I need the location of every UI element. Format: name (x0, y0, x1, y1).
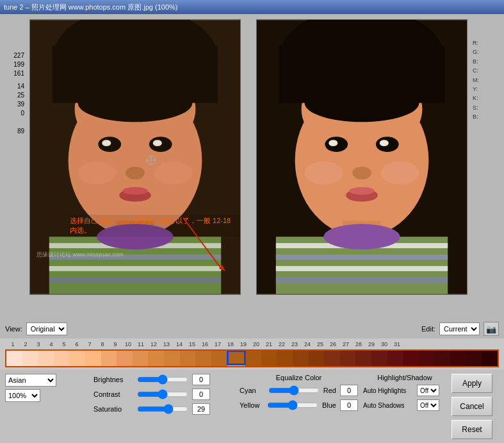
skin-cell-16[interactable] (245, 351, 261, 366)
title-bar: tune 2 – 照片处理网 www.photops.com 原图.jpg (1… (0, 0, 504, 14)
skin-num-8: 8 (96, 341, 109, 347)
g-value: 199 (5, 60, 24, 69)
b-label: B: (473, 57, 484, 66)
reset-button[interactable]: Reset (451, 420, 492, 439)
skin-tone-strip[interactable] (5, 349, 499, 367)
c-value: 14 (5, 82, 24, 91)
k-value: 0 (5, 109, 24, 118)
skin-cell-1[interactable] (6, 351, 22, 366)
contrast-slider[interactable] (137, 389, 188, 399)
skin-cell-26[interactable] (403, 351, 419, 366)
skin-cell-3[interactable] (38, 351, 54, 366)
camera-button[interactable]: 📷 (484, 322, 499, 336)
contrast-row: Contrast (93, 389, 234, 400)
skin-type-select[interactable]: Asian Caucasian African Other (5, 374, 56, 387)
skin-cell-30[interactable] (466, 351, 482, 366)
bottom-controls: Asian Caucasian African Other 50% 75% 10… (0, 370, 504, 443)
view-label: View: (5, 325, 22, 333)
skin-cell-12[interactable] (180, 351, 196, 366)
skin-cell-24[interactable] (371, 351, 387, 366)
skin-cell-5[interactable] (69, 351, 85, 366)
cyan-red-slider[interactable] (268, 385, 320, 396)
skin-num-17: 17 (211, 341, 224, 347)
skin-strip-area: 1 2 3 4 5 6 7 8 9 10 11 12 13 14 15 16 1… (0, 339, 504, 370)
skin-cell-15[interactable] (227, 350, 247, 365)
view-select[interactable]: Original (26, 322, 67, 335)
skin-num-24: 24 (301, 341, 314, 347)
skin-cell-13[interactable] (195, 351, 211, 366)
skin-num-5: 5 (58, 341, 70, 347)
auto-shadows-select[interactable]: Off On (417, 399, 439, 411)
svg-rect-20 (49, 278, 221, 283)
k-label: K: (473, 94, 484, 103)
skin-cell-31[interactable] (482, 351, 498, 366)
equalize-section: Equalize Color Cyan Red Yellow Blue (240, 374, 358, 411)
svg-point-40 (305, 162, 343, 185)
y-label: Y: (473, 85, 484, 94)
skin-num-16: 16 (199, 341, 211, 347)
skin-cell-22[interactable] (340, 351, 356, 366)
svg-point-13 (78, 162, 117, 185)
skin-cell-17[interactable] (261, 351, 277, 366)
saturation-value[interactable] (192, 403, 210, 415)
skin-cell-23[interactable] (355, 351, 371, 366)
apply-button[interactable]: Apply (451, 374, 492, 393)
svg-point-5 (78, 84, 193, 122)
strength-row: 50% 75% 100% 125% (5, 389, 88, 402)
skin-cell-28[interactable] (434, 351, 450, 366)
svg-rect-45 (276, 255, 448, 260)
blue-value[interactable] (340, 399, 358, 411)
original-image-panel: 思缘设计论坛 www.missyuan.com 选择自己觉得合适的皮肤颜色就可以… (29, 19, 241, 295)
skin-type-section: Asian Caucasian African Other 50% 75% 10… (5, 374, 88, 402)
skin-cell-20[interactable] (309, 351, 325, 366)
strength-select[interactable]: 50% 75% 100% 125% (5, 389, 40, 402)
svg-point-37 (352, 167, 371, 180)
svg-point-48 (323, 224, 400, 249)
skin-num-19: 19 (237, 341, 250, 347)
r-value: 227 (5, 51, 24, 60)
skin-cell-9[interactable] (133, 351, 149, 366)
cancel-button[interactable]: Cancel (451, 397, 492, 416)
skin-cell-25[interactable] (387, 351, 403, 366)
skin-cell-21[interactable] (324, 351, 340, 366)
saturation-row: Saturatio (93, 403, 234, 415)
skin-num-28: 28 (352, 341, 365, 347)
skin-num-2: 2 (19, 341, 32, 347)
red-value[interactable] (340, 385, 358, 396)
left-color-panel: 227 199 161 14 25 39 0 89 (5, 19, 24, 314)
skin-cell-4[interactable] (54, 351, 70, 366)
skin-cell-18[interactable] (277, 351, 293, 366)
skin-num-25: 25 (314, 341, 327, 347)
skin-cell-11[interactable] (164, 351, 180, 366)
skin-cell-7[interactable] (101, 351, 117, 366)
edit-select[interactable]: Current (439, 322, 480, 335)
yellow-blue-slider[interactable] (267, 400, 318, 410)
skin-cell-6[interactable] (85, 351, 101, 366)
contrast-label: Contrast (93, 390, 133, 398)
skin-cell-2[interactable] (22, 351, 38, 366)
brightness-value[interactable] (192, 374, 210, 385)
auto-highlights-select[interactable]: Off On (417, 385, 439, 396)
svg-point-12 (122, 187, 148, 195)
svg-point-39 (349, 187, 375, 195)
y-value: 39 (5, 100, 24, 109)
svg-point-32 (305, 84, 419, 122)
skin-num-12: 12 (147, 341, 160, 347)
r-label: R: (473, 38, 484, 47)
skin-num-30: 30 (378, 341, 391, 347)
saturation-slider[interactable] (137, 404, 188, 414)
skin-num-27: 27 (339, 341, 352, 347)
skin-num-29: 29 (365, 341, 378, 347)
brightness-slider[interactable] (137, 374, 188, 385)
title-text: tune 2 – 照片处理网 www.photops.com 原图.jpg (1… (4, 3, 177, 12)
svg-point-9 (153, 140, 162, 146)
skin-cell-10[interactable] (148, 351, 164, 366)
contrast-value[interactable] (192, 389, 210, 400)
brightness-row: Brightnes (93, 374, 234, 385)
skin-cell-19[interactable] (293, 351, 309, 366)
skin-num-10: 10 (122, 341, 134, 347)
skin-cell-14[interactable] (211, 351, 227, 366)
skin-cell-27[interactable] (419, 351, 435, 366)
skin-cell-29[interactable] (450, 351, 466, 366)
skin-cell-8[interactable] (117, 351, 133, 366)
